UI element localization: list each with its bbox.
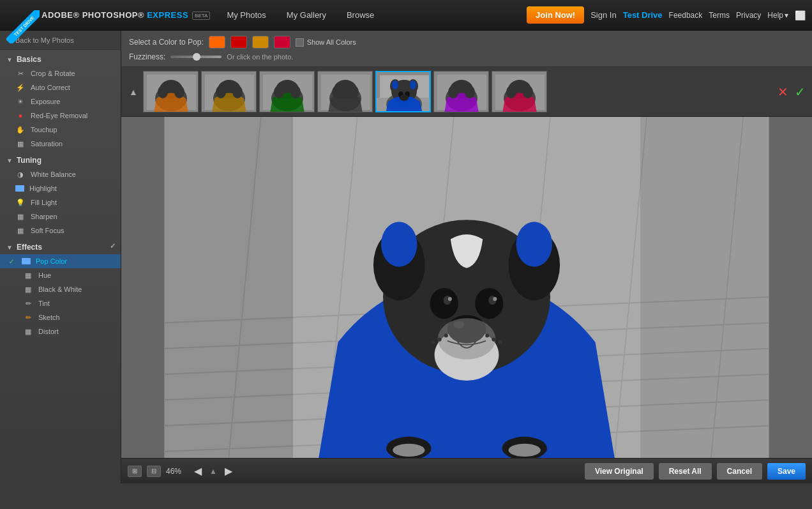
svg-point-76 [438, 318, 496, 359]
svg-point-41 [465, 86, 475, 98]
touchup-icon: ✋ [15, 126, 26, 133]
zoom-level: 46% [166, 467, 186, 476]
feedback-link[interactable]: Feedback [669, 11, 703, 20]
crop-rotate-icon: ✂ [15, 70, 26, 77]
color-swatch-red[interactable] [230, 36, 247, 49]
effects-menu-item-distort[interactable]: ▦ Distort [0, 324, 121, 338]
tuning-menu-item-softfocus[interactable]: ▦ Soft Focus [0, 224, 121, 238]
fuzziness-slider-thumb[interactable] [193, 53, 200, 61]
svg-point-32 [410, 80, 416, 89]
effects-menu-item-tint[interactable]: ✏ Tint [0, 296, 121, 310]
tuning-menu-item-highlight[interactable]: Highlight [0, 181, 121, 195]
logo-express: EXPRESS [147, 10, 188, 20]
basics-menu-item-touchup[interactable]: ✋ Touchup [0, 123, 121, 137]
privacy-link[interactable]: Privacy [736, 11, 761, 20]
svg-point-40 [448, 86, 458, 98]
prev-photo-arrow[interactable]: ◀ [192, 464, 204, 478]
sharpen-icon: ▦ [15, 213, 26, 220]
svg-point-67 [516, 222, 552, 267]
svg-point-10 [216, 86, 226, 98]
thumbnail-3[interactable] [259, 71, 315, 112]
exposure-icon: ☀ [15, 98, 26, 105]
back-to-photos-button[interactable]: ◀ Back to My Photos [0, 31, 121, 50]
popcolor-selected-icon: ✓ [9, 258, 14, 265]
effects-menu-item-blackwhite[interactable]: ▦ Black & White [0, 282, 121, 296]
cancel-button[interactable]: Cancel [717, 463, 762, 480]
rotate-up-arrow[interactable]: ▲ [207, 466, 220, 477]
fuzziness-slider[interactable] [170, 56, 222, 58]
distort-icon: ▦ [23, 328, 33, 335]
tint-icon: ✏ [23, 300, 33, 307]
tuning-menu-item-filllight[interactable]: 💡 Fill Light [0, 195, 121, 209]
show-all-colors-checkbox[interactable]: Show All Colors [296, 38, 356, 47]
tuning-chevron-icon: ▼ [6, 157, 13, 164]
color-swatch-darkred[interactable] [274, 36, 290, 49]
thumbnail-6[interactable] [433, 71, 489, 112]
back-arrow-icon: ◀ [6, 36, 11, 44]
effects-section-header[interactable]: ▼ Effects ✓ [0, 238, 121, 254]
beta-badge: BETA [192, 11, 210, 20]
effects-menu-item-popcolor[interactable]: ✓ Pop Color [0, 254, 121, 268]
view-original-button[interactable]: View Original [585, 463, 654, 480]
thumbnail-1[interactable] [143, 71, 199, 112]
reset-all-button[interactable]: Reset All [659, 463, 712, 480]
basics-menu-item-saturation[interactable]: ▦ Saturation [0, 137, 121, 151]
basics-menu-item-autocorrect[interactable]: ⚡ Auto Correct [0, 80, 121, 95]
black-white-icon: ▦ [23, 285, 33, 293]
nav-right: Join Now! Sign In Test Drive Feedback Te… [527, 6, 806, 24]
sidebar: ◀ Back to My Photos ▼ Basics ✂ Crop & Ro… [0, 31, 121, 483]
thumbnail-2[interactable] [201, 71, 257, 112]
select-color-label: Select a Color to Pop: [129, 38, 204, 47]
next-photo-arrow[interactable]: ▶ [222, 464, 235, 478]
basics-menu-item-crop[interactable]: ✂ Crop & Rotate [0, 66, 121, 80]
split-view-button[interactable]: ⊟ [147, 466, 161, 477]
basics-menu-item-exposure[interactable]: ☀ Exposure [0, 95, 121, 109]
show-all-checkbox-input[interactable] [296, 38, 304, 47]
pop-color-icon [22, 258, 31, 264]
tuning-section-header[interactable]: ▼ Tuning [0, 151, 121, 167]
join-now-button[interactable]: Join Now! [527, 6, 584, 24]
basics-section-header[interactable]: ▼ Basics [0, 50, 121, 66]
nav-browse[interactable]: Browse [343, 8, 378, 22]
svg-point-16 [274, 86, 284, 98]
effects-menu-item-sketch[interactable]: ✏ Sketch [0, 310, 121, 324]
effects-chevron-icon: ▼ [6, 244, 13, 251]
test-drive-link[interactable]: Test Drive [623, 10, 663, 20]
grid-view-button[interactable]: ⊞ [128, 466, 142, 477]
svg-point-69 [475, 288, 503, 319]
svg-point-66 [381, 222, 417, 267]
hue-icon: ▦ [23, 271, 33, 279]
main-canvas[interactable] [121, 117, 812, 458]
terms-link[interactable]: Terms [709, 11, 730, 20]
nav-my-photos[interactable]: My Photos [223, 8, 269, 22]
thumb-scroll-left[interactable]: ▲ [129, 87, 138, 97]
logo-area: TEST DRIVE ADOBE® PHOTOSHOP® EXPRESS BET… [6, 10, 210, 20]
color-swatch-brown[interactable] [252, 36, 269, 49]
cancel-edit-icon[interactable]: ✕ [778, 84, 788, 100]
color-pop-panel: Select a Color to Pop: Show All Colors F… [121, 31, 812, 67]
nav-my-gallery[interactable]: My Gallery [283, 8, 330, 22]
thumbnail-7[interactable] [492, 71, 547, 112]
sign-in-link[interactable]: Sign In [590, 10, 616, 20]
tuning-menu-item-sharpen[interactable]: ▦ Sharpen [0, 209, 121, 224]
help-button[interactable]: Help ▾ [767, 11, 788, 20]
effects-menu-item-hue[interactable]: ▦ Hue [0, 268, 121, 282]
thumbnail-4[interactable] [317, 71, 373, 112]
fullscreen-icon[interactable]: ⬜ [795, 10, 806, 20]
thumbnail-5[interactable] [375, 71, 431, 112]
thumbnail-actions: ✕ ✓ [778, 84, 806, 100]
svg-point-73 [493, 297, 497, 301]
fuzziness-label: Fuzziness: [129, 52, 165, 61]
svg-point-85 [393, 444, 425, 457]
svg-point-47 [523, 86, 533, 98]
confirm-edit-icon[interactable]: ✓ [795, 84, 806, 100]
effects-check-icon: ✓ [110, 242, 116, 250]
zoom-controls: ⊞ ⊟ 46% ◀ ▲ ▶ [128, 464, 585, 478]
color-swatch-orange[interactable] [209, 36, 225, 49]
auto-correct-icon: ⚡ [15, 84, 26, 91]
basics-menu-item-redeye[interactable]: ● Red-Eye Removal [0, 109, 121, 123]
svg-point-68 [430, 288, 458, 319]
tuning-menu-item-whitebalance[interactable]: ◑ White Balance [0, 167, 121, 181]
save-button[interactable]: Save [767, 463, 806, 480]
effects-label: Effects [17, 243, 42, 252]
